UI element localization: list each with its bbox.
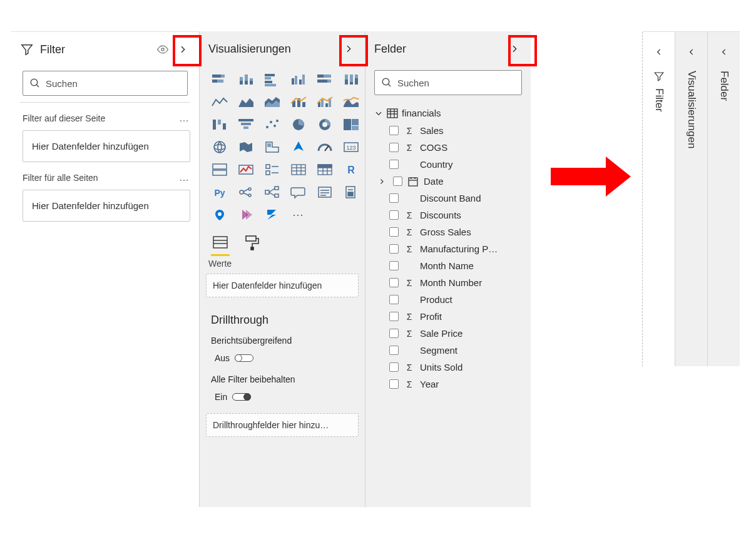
power-automate-icon[interactable] — [261, 205, 284, 224]
matrix-icon[interactable] — [314, 160, 336, 179]
field-checkbox[interactable] — [389, 244, 399, 254]
pie-icon[interactable] — [287, 115, 310, 134]
fields-tab[interactable] — [211, 234, 230, 256]
field-checkbox[interactable] — [389, 126, 399, 135]
kpi-icon[interactable] — [235, 160, 257, 179]
expand-filter-button[interactable] — [643, 39, 675, 64]
field-item[interactable]: ΣProfit — [370, 308, 526, 325]
ribbon-chart-icon[interactable] — [340, 93, 362, 111]
keep-filters-toggle[interactable] — [232, 393, 251, 401]
more-visuals-icon[interactable]: ⋯ — [287, 205, 310, 224]
table-financials[interactable]: financials — [370, 104, 526, 122]
line-chart-icon[interactable] — [208, 93, 231, 111]
field-checkbox[interactable] — [389, 193, 399, 203]
decomposition-tree-icon[interactable] — [261, 183, 284, 202]
format-tab[interactable] — [242, 234, 261, 256]
fields-search-input[interactable]: Suchen — [374, 70, 522, 95]
collapsed-filter-pane[interactable]: Filter — [642, 32, 675, 366]
svg-rect-84 — [265, 190, 269, 194]
filter-collapse-button[interactable] — [174, 41, 192, 58]
svg-rect-11 — [250, 78, 253, 81]
area-chart-icon[interactable] — [235, 93, 257, 111]
donut-icon[interactable] — [314, 115, 336, 134]
field-item[interactable]: ΣCOGS — [370, 139, 526, 156]
field-item[interactable]: ΣManufacturing P… — [370, 240, 526, 257]
field-checkbox[interactable] — [389, 261, 399, 270]
field-item[interactable]: Segment — [370, 342, 526, 359]
field-item[interactable]: Date — [370, 173, 526, 190]
drillthrough-dropzone[interactable]: Drillthroughfelder hier hinzu… — [206, 413, 359, 437]
field-checkbox[interactable] — [389, 295, 399, 304]
field-item[interactable]: Discount Band — [370, 190, 526, 207]
field-item[interactable]: ΣSales — [370, 122, 526, 139]
table-icon[interactable] — [287, 160, 310, 179]
shape-map-icon[interactable] — [261, 138, 284, 157]
waterfall-icon[interactable] — [208, 115, 231, 134]
fields-collapse-button[interactable] — [506, 40, 523, 58]
chevron-left-icon — [687, 48, 696, 56]
expand-viz-button[interactable] — [675, 39, 707, 64]
multi-row-card-icon[interactable] — [208, 160, 231, 179]
more-icon[interactable]: … — [179, 172, 190, 183]
100-stacked-bar-icon[interactable] — [314, 70, 336, 89]
key-influencers-icon[interactable] — [235, 183, 257, 202]
field-item[interactable]: Country — [370, 156, 526, 173]
100-stacked-column-icon[interactable] — [340, 70, 362, 89]
qna-icon[interactable] — [287, 183, 310, 202]
collapsed-viz-pane[interactable]: Visualisierungen — [675, 32, 707, 366]
field-item[interactable]: ΣGross Sales — [370, 223, 526, 240]
field-item[interactable]: ΣDiscounts — [370, 207, 526, 223]
field-item[interactable]: Month Name — [370, 257, 526, 274]
field-checkbox[interactable] — [389, 329, 399, 338]
cross-report-toggle[interactable] — [235, 354, 253, 362]
eye-icon[interactable] — [156, 43, 169, 56]
filter-page-dropzone[interactable]: Hier Datenfelder hinzufügen — [23, 130, 190, 162]
scatter-icon[interactable] — [261, 115, 284, 134]
filter-search-input[interactable]: Suchen — [23, 71, 188, 96]
collapsed-fields-pane[interactable]: Felder — [707, 32, 740, 366]
field-checkbox[interactable] — [389, 362, 399, 372]
field-checkbox[interactable] — [389, 227, 399, 237]
treemap-icon[interactable] — [340, 115, 362, 134]
stacked-column-icon[interactable] — [235, 70, 257, 89]
clustered-column-icon[interactable] — [287, 70, 310, 89]
line-stacked-column-icon[interactable] — [287, 93, 310, 111]
funnel-chart-icon[interactable] — [235, 115, 257, 134]
powerapps-icon[interactable] — [235, 205, 257, 224]
line-clustered-column-icon[interactable] — [314, 93, 336, 111]
stacked-area-icon[interactable] — [261, 93, 284, 111]
field-checkbox[interactable] — [389, 210, 399, 220]
field-checkbox[interactable] — [389, 346, 399, 355]
field-checkbox[interactable] — [393, 177, 402, 186]
paginated-report-icon[interactable] — [340, 183, 362, 202]
smart-narrative-icon[interactable] — [314, 183, 336, 202]
map-icon[interactable] — [208, 138, 231, 157]
clustered-bar-icon[interactable] — [261, 70, 284, 89]
arcgis-icon[interactable] — [208, 205, 231, 224]
viz-collapse-button[interactable] — [340, 40, 357, 58]
gauge-icon[interactable] — [314, 138, 336, 157]
field-item[interactable]: ΣUnits Sold — [370, 359, 526, 376]
field-item[interactable]: ΣSale Price — [370, 325, 526, 342]
more-icon[interactable]: … — [179, 113, 190, 124]
python-visual-icon[interactable]: Py — [208, 183, 231, 202]
field-checkbox[interactable] — [389, 379, 399, 389]
field-item[interactable]: ΣMonth Number — [370, 274, 526, 291]
field-checkbox[interactable] — [389, 278, 399, 287]
fields-title: Felder — [374, 43, 406, 56]
values-dropzone[interactable]: Hier Datenfelder hinzufügen — [206, 274, 359, 297]
filled-map-icon[interactable] — [235, 138, 257, 157]
field-checkbox[interactable] — [389, 312, 399, 321]
card-icon[interactable]: 123 — [340, 138, 362, 157]
azure-map-icon[interactable] — [287, 138, 310, 157]
expand-fields-button[interactable] — [708, 39, 740, 64]
slicer-icon[interactable] — [261, 160, 284, 179]
r-visual-icon[interactable]: R — [340, 160, 362, 179]
stacked-bar-icon[interactable] — [208, 70, 231, 89]
svg-rect-9 — [245, 74, 248, 81]
field-item[interactable]: Product — [370, 291, 526, 308]
field-checkbox[interactable] — [389, 143, 399, 152]
field-checkbox[interactable] — [389, 160, 399, 169]
field-item[interactable]: ΣYear — [370, 376, 526, 393]
filter-all-dropzone[interactable]: Hier Datenfelder hinzufügen — [23, 190, 190, 222]
